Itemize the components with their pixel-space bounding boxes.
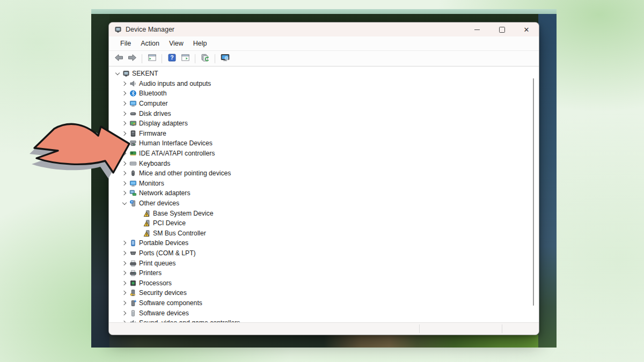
window-title: Device Manager — [126, 26, 174, 33]
toolbar-separator — [195, 54, 195, 63]
tree-item-printers[interactable]: Printers — [109, 268, 529, 278]
chevron-right-icon[interactable] — [120, 190, 128, 196]
tree-item-disk-drives[interactable]: Disk drives — [109, 108, 529, 119]
tree-item-label: Computer — [139, 100, 168, 107]
warning-device-icon — [142, 219, 152, 227]
back-button[interactable] — [113, 53, 124, 64]
menu-help[interactable]: Help — [188, 40, 212, 47]
chevron-right-icon[interactable] — [120, 250, 128, 256]
tree-item-label: Human Interface Devices — [139, 139, 213, 147]
tree-item-label: Audio inputs and outputs — [139, 80, 211, 87]
chevron-down-icon[interactable] — [113, 70, 121, 77]
menu-file[interactable]: File — [115, 40, 136, 47]
tree-item-mice-and-other-pointing-devices[interactable]: Mice and other pointing devices — [109, 168, 529, 179]
tree-item-ide-ata-atapi-controllers[interactable]: IDE ATA/ATAPI controllers — [109, 149, 529, 159]
tree-item-label: Ports (COM & LPT) — [139, 249, 196, 257]
tree-item-ports-com-lpt[interactable]: Ports (COM & LPT) — [109, 248, 529, 258]
tree-item-audio-inputs-and-outputs[interactable]: Audio inputs and outputs — [109, 79, 529, 89]
maximize-button[interactable] — [489, 23, 514, 36]
tree-item-base-system-device[interactable]: Base System Device — [109, 208, 529, 218]
device-tree: SEKENTAudio inputs and outputsBluetoothC… — [109, 69, 529, 322]
tree-item-firmware[interactable]: Firmware — [109, 129, 529, 139]
menu-view[interactable]: View — [164, 40, 188, 47]
chevron-right-icon[interactable] — [120, 280, 128, 286]
toolbar-separator — [142, 54, 142, 63]
tree-item-print-queues[interactable]: Print queues — [109, 258, 529, 268]
chevron-right-icon[interactable] — [120, 310, 128, 316]
tree-item-sm-bus-controller[interactable]: SM Bus Controller — [109, 228, 529, 239]
scan-hardware-changes-button[interactable] — [200, 53, 210, 64]
minimize-button[interactable] — [465, 23, 489, 36]
tree-item-label: Disk drives — [139, 110, 171, 117]
menu-action[interactable]: Action — [136, 40, 164, 47]
tree-item-label: Software devices — [139, 309, 189, 317]
device-manager-app-icon — [114, 26, 122, 33]
tree-item-sound-video-and-game-controllers[interactable]: Sound, video and game controllers — [109, 318, 529, 322]
tree-item-software-devices[interactable]: Software devices — [109, 308, 529, 318]
tree-item-label: Software components — [139, 299, 202, 307]
tree-item-label: Print queues — [139, 260, 175, 267]
help-button[interactable]: ? — [166, 53, 177, 64]
security-key-icon — [128, 289, 138, 297]
tree-item-label: SEKENT — [132, 70, 158, 77]
tree-item-computer[interactable]: Computer — [109, 99, 529, 109]
chevron-right-icon[interactable] — [120, 290, 128, 296]
chevron-right-icon[interactable] — [120, 300, 128, 306]
chevron-right-icon[interactable] — [120, 270, 128, 276]
computer-icon — [121, 70, 131, 77]
tree-item-human-interface-devices[interactable]: Human Interface Devices — [109, 138, 529, 149]
tree-item-pci-device[interactable]: PCI Device — [109, 218, 529, 228]
chevron-down-icon[interactable] — [120, 200, 128, 206]
device-tree-panel: SEKENTAudio inputs and outputsBluetoothC… — [109, 67, 539, 322]
back-arrow-icon — [114, 53, 123, 64]
properties-button[interactable] — [180, 53, 191, 64]
monitor-icon — [128, 100, 138, 107]
close-button[interactable]: ✕ — [514, 23, 539, 36]
tree-item-label: Security devices — [139, 289, 187, 297]
printer-icon — [128, 269, 138, 277]
tree-item-sekent[interactable]: SEKENT — [109, 69, 529, 79]
tree-item-display-adapters[interactable]: Display adapters — [109, 119, 529, 129]
page: Device Manager ✕ File Action View Help ?… — [0, 0, 644, 362]
tree-item-network-adapters[interactable]: Network adapters — [109, 188, 529, 198]
devices-display-button[interactable] — [219, 53, 230, 64]
device-manager-window: Device Manager ✕ File Action View Help ?… — [108, 22, 539, 335]
window-controls: ✕ — [465, 23, 539, 36]
tree-item-monitors[interactable]: Monitors — [109, 179, 529, 189]
tree-item-label: PCI Device — [153, 219, 186, 227]
forward-arrow-icon — [128, 53, 137, 64]
tree-item-software-components[interactable]: Software components — [109, 298, 529, 308]
processor-icon — [128, 279, 138, 287]
tree-item-other-devices[interactable]: ?Other devices — [109, 198, 529, 209]
toolbar: ? — [109, 51, 539, 67]
chevron-right-icon[interactable] — [120, 240, 128, 246]
chevron-right-icon[interactable] — [120, 100, 128, 107]
toolbar-separator — [215, 54, 215, 63]
tree-item-security-devices[interactable]: Security devices — [109, 288, 529, 298]
toolbar-separator — [162, 54, 162, 63]
bluetooth-icon — [128, 90, 138, 97]
tree-item-bluetooth[interactable]: Bluetooth — [109, 88, 529, 99]
titlebar[interactable]: Device Manager ✕ — [109, 23, 539, 36]
tree-item-label: SM Bus Controller — [153, 230, 206, 237]
chevron-right-icon[interactable] — [120, 260, 128, 267]
forward-button[interactable] — [127, 53, 137, 64]
print-queue-icon — [128, 260, 138, 267]
menubar: File Action View Help — [109, 36, 539, 51]
chevron-right-icon[interactable] — [120, 80, 128, 87]
tree-item-portable-devices[interactable]: Portable Devices — [109, 238, 529, 248]
tree-item-label: Display adapters — [139, 120, 188, 127]
devices-monitor-icon — [221, 53, 230, 64]
show-console-tree-button[interactable] — [147, 53, 157, 64]
tree-item-keyboards[interactable]: Keyboards — [109, 158, 529, 168]
tree-item-label: Base System Device — [153, 210, 213, 217]
tree-item-label: Monitors — [139, 180, 164, 187]
vertical-scrollbar[interactable] — [533, 78, 535, 306]
close-icon: ✕ — [524, 26, 530, 33]
statusbar-divider — [419, 324, 420, 333]
unknown-device-icon: ? — [128, 200, 138, 207]
ports-icon — [128, 249, 138, 257]
chevron-right-icon[interactable] — [120, 90, 128, 97]
tree-item-processors[interactable]: Processors — [109, 278, 529, 288]
tree-item-label: Bluetooth — [139, 90, 167, 97]
